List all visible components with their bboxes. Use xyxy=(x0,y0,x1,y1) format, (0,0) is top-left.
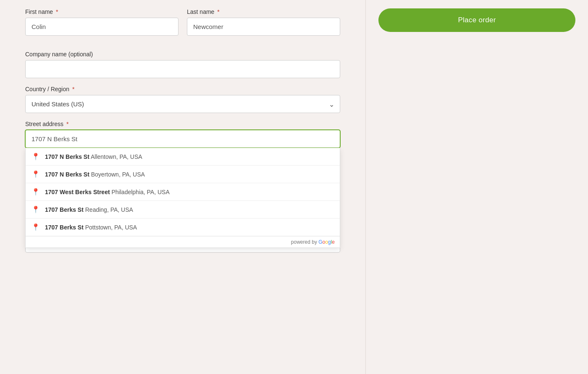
autocomplete-light-3: Reading, PA, USA xyxy=(84,206,133,213)
last-name-required: * xyxy=(215,8,219,15)
street-address-group: Street address * 📍 1707 N Berks St Allen… xyxy=(25,121,340,148)
autocomplete-item-text-1: 1707 N Berks St Boyertown, PA, USA xyxy=(45,171,334,178)
street-address-autocomplete-container: 📍 1707 N Berks St Allentown, PA, USA 📍 1… xyxy=(25,130,340,148)
company-name-label: Company name (optional) xyxy=(25,51,340,58)
checkout-form-panel: First name * Last name * Company name (o… xyxy=(0,0,365,374)
autocomplete-bold-4: 1707 Berks St xyxy=(45,224,84,231)
country-select-wrapper: United States (US) Canada United Kingdom… xyxy=(25,95,340,113)
autocomplete-item-1[interactable]: 📍 1707 N Berks St Boyertown, PA, USA xyxy=(26,166,340,183)
autocomplete-item-4[interactable]: 📍 1707 Berks St Pottstown, PA, USA xyxy=(26,219,340,236)
autocomplete-bold-0: 1707 N Berks St xyxy=(45,153,89,160)
powered-by-google: powered by Google xyxy=(26,236,340,248)
last-name-input[interactable] xyxy=(187,18,340,36)
place-order-button[interactable]: Place order xyxy=(378,8,575,32)
autocomplete-item-2[interactable]: 📍 1707 West Berks Street Philadelphia, P… xyxy=(26,183,340,201)
autocomplete-bold-1: 1707 N Berks St xyxy=(45,171,89,178)
pin-icon-2: 📍 xyxy=(32,188,40,196)
country-region-label: Country / Region * xyxy=(25,86,340,92)
first-name-required: * xyxy=(54,8,58,15)
autocomplete-light-4: Pottstown, PA, USA xyxy=(84,224,137,231)
street-required: * xyxy=(65,121,68,127)
pin-icon-4: 📍 xyxy=(32,223,40,231)
order-summary-panel: Place order xyxy=(365,0,588,374)
autocomplete-bold-2: 1707 West Berks Street xyxy=(45,189,110,195)
first-name-label: First name * xyxy=(25,8,178,15)
autocomplete-light-1: Boyertown, PA, USA xyxy=(89,171,145,178)
last-name-label: Last name * xyxy=(187,8,340,15)
pin-icon-3: 📍 xyxy=(32,205,40,213)
pin-icon-1: 📍 xyxy=(32,170,40,178)
country-required: * xyxy=(71,86,74,92)
autocomplete-item-0[interactable]: 📍 1707 N Berks St Allentown, PA, USA xyxy=(26,148,340,166)
autocomplete-light-2: Philadelphia, PA, USA xyxy=(110,189,170,195)
street-address-input[interactable] xyxy=(25,130,340,148)
autocomplete-item-text-4: 1707 Berks St Pottstown, PA, USA xyxy=(45,224,334,231)
autocomplete-bold-3: 1707 Berks St xyxy=(45,206,84,213)
autocomplete-item-text-2: 1707 West Berks Street Philadelphia, PA,… xyxy=(45,189,334,195)
name-row: First name * Last name * xyxy=(25,8,340,43)
autocomplete-light-0: Allentown, PA, USA xyxy=(89,153,142,160)
country-region-select[interactable]: United States (US) Canada United Kingdom xyxy=(25,95,340,113)
first-name-input[interactable] xyxy=(25,18,178,36)
company-name-group: Company name (optional) xyxy=(25,51,340,78)
autocomplete-item-3[interactable]: 📍 1707 Berks St Reading, PA, USA xyxy=(26,201,340,219)
autocomplete-item-text-0: 1707 N Berks St Allentown, PA, USA xyxy=(45,153,334,160)
last-name-group: Last name * xyxy=(187,8,340,36)
street-address-label: Street address * xyxy=(25,121,340,127)
autocomplete-dropdown: 📍 1707 N Berks St Allentown, PA, USA 📍 1… xyxy=(25,148,340,248)
company-name-input[interactable] xyxy=(25,60,340,78)
autocomplete-item-text-3: 1707 Berks St Reading, PA, USA xyxy=(45,206,334,213)
first-name-group: First name * xyxy=(25,8,178,36)
country-region-group: Country / Region * United States (US) Ca… xyxy=(25,86,340,113)
pin-icon-0: 📍 xyxy=(32,153,40,161)
